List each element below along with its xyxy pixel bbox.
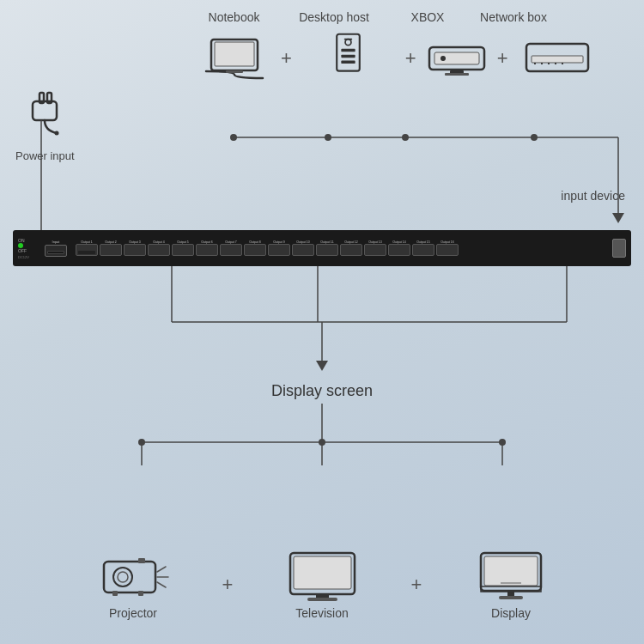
svg-rect-24 <box>532 56 583 63</box>
svg-marker-38 <box>316 361 328 371</box>
television-label: Television <box>295 606 348 620</box>
svg-rect-47 <box>104 562 155 592</box>
label-network: Network box <box>466 10 561 24</box>
television-section: Television <box>245 549 399 620</box>
network-box-icon <box>523 37 592 80</box>
svg-rect-11 <box>342 61 355 64</box>
svg-rect-17 <box>445 73 469 76</box>
svg-point-49 <box>118 572 128 582</box>
output-plus-1: + <box>210 574 245 596</box>
projector-section: Projector <box>56 551 210 620</box>
plus-3: + <box>497 47 508 70</box>
svg-point-27 <box>230 134 237 141</box>
network-icon-wrap <box>510 37 605 80</box>
svg-rect-56 <box>307 598 337 601</box>
plus-2: + <box>405 47 416 70</box>
label-desktop: Desktop host <box>279 10 389 24</box>
svg-rect-0 <box>33 101 57 120</box>
svg-marker-32 <box>612 213 624 223</box>
svg-rect-60 <box>507 591 514 597</box>
output-plus-2: + <box>399 574 434 596</box>
svg-rect-12 <box>344 39 352 40</box>
xbox-icon-wrap <box>418 40 495 76</box>
svg-point-8 <box>345 39 351 46</box>
svg-rect-6 <box>226 70 243 73</box>
svg-point-29 <box>402 134 409 141</box>
notebook-icon <box>204 35 264 82</box>
projector-icon <box>97 551 170 603</box>
output-devices: Projector + Television + Display <box>0 549 644 620</box>
svg-rect-50 <box>138 558 145 563</box>
svg-point-15 <box>440 56 446 61</box>
output-device-lines <box>0 404 644 541</box>
hdmi-splitter: ON OFF DC12V Input Output 1 Output 2 Out… <box>13 230 631 266</box>
input-device-label: input device <box>561 189 625 203</box>
svg-point-28 <box>325 134 331 141</box>
input-device-icons: + + + <box>189 33 605 84</box>
display-section: Display <box>434 549 588 620</box>
display-icon <box>477 549 545 605</box>
svg-rect-58 <box>484 556 538 586</box>
label-notebook: Notebook <box>189 10 279 24</box>
desktop-icon <box>325 33 372 84</box>
label-xbox: XBOX <box>389 10 466 24</box>
notebook-icon-wrap <box>189 35 279 82</box>
xbox-icon <box>426 40 488 76</box>
display-screen-label: Display screen <box>271 382 373 400</box>
desktop-icon-wrap <box>294 33 404 84</box>
svg-rect-5 <box>215 42 254 66</box>
svg-rect-9 <box>342 49 355 52</box>
svg-rect-61 <box>499 596 523 599</box>
svg-rect-54 <box>294 556 351 589</box>
svg-rect-10 <box>342 55 355 58</box>
svg-point-48 <box>113 568 132 586</box>
svg-point-30 <box>531 134 538 141</box>
svg-rect-52 <box>138 591 143 596</box>
display-label: Display <box>491 606 531 620</box>
input-device-labels: Notebook Desktop host XBOX Network box <box>189 10 561 24</box>
television-icon <box>286 549 359 605</box>
projector-label: Projector <box>109 606 157 620</box>
display-screen-section: Display screen <box>0 382 644 400</box>
svg-rect-51 <box>112 591 118 596</box>
plus-1: + <box>281 47 292 70</box>
